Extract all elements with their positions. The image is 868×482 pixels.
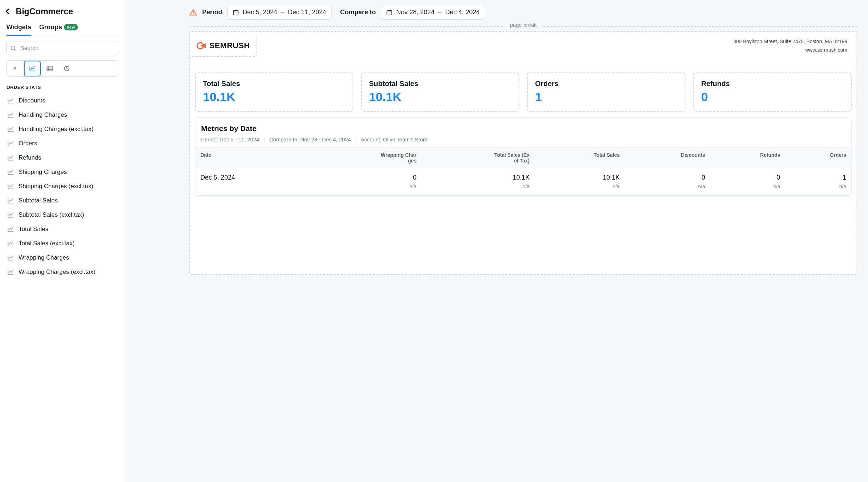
- kpi-title: Refunds: [701, 80, 844, 88]
- range-dash: –: [438, 9, 442, 16]
- widget-item[interactable]: Discounts: [6, 94, 118, 108]
- metrics-table: DateWrapping ChargesTotal Sales (Excl.Ta…: [195, 147, 851, 195]
- kpi-card[interactable]: Subtotal Sales10.1K: [361, 72, 519, 112]
- company-address: 800 Boylston Street, Suite 2475, Boston,…: [733, 37, 847, 46]
- metrics-meta: Period: Dec 5 - 11, 2024 | Compare to: N…: [201, 136, 845, 142]
- line-chart-icon: [7, 154, 15, 161]
- period-label: Period: [202, 9, 222, 16]
- widget-item[interactable]: Handling Charges: [6, 108, 118, 122]
- widget-item-label: Refunds: [19, 154, 41, 161]
- line-chart-icon: [7, 197, 15, 204]
- calendar-icon: [233, 9, 239, 16]
- table-header-cell: Total Sales (Excl.Tax): [421, 148, 534, 168]
- svg-line-1: [14, 49, 15, 50]
- report-header: SEMRUSH 800 Boylston Street, Suite 2475,…: [190, 32, 857, 65]
- cell-sub: n/a: [710, 184, 785, 195]
- line-chart-icon: [7, 254, 15, 261]
- line-chart-icon: [7, 97, 15, 104]
- sidebar: BigCommerce Widgets Groups new # ORDER S…: [0, 0, 125, 482]
- kpi-card[interactable]: Orders1: [527, 72, 685, 112]
- kpi-value: 0: [701, 91, 844, 103]
- cell-value: 0: [307, 168, 421, 184]
- kpi-value: 10.1K: [203, 91, 345, 103]
- cell-value: 0: [625, 168, 710, 184]
- type-table-button[interactable]: [41, 61, 58, 76]
- table-row-sub: n/an/an/an/an/an/a: [195, 184, 851, 195]
- semrush-logo: SEMRUSH: [196, 41, 250, 50]
- search-input[interactable]: [6, 41, 118, 55]
- kpi-card[interactable]: Refunds0: [693, 72, 852, 112]
- cell-value: 10.1K: [421, 168, 534, 184]
- widget-item-label: Total Sales: [19, 226, 48, 233]
- report-header-meta: 800 Boylston Street, Suite 2475, Boston,…: [733, 37, 847, 55]
- svg-point-9: [193, 14, 194, 14]
- widget-item-label: Wrapping Charges: [19, 254, 69, 261]
- widget-item-label: Shipping Charges: [19, 169, 67, 176]
- compare-label: Compare to: [340, 9, 376, 16]
- tab-groups-label: Groups: [39, 24, 62, 31]
- warning-triangle-icon[interactable]: [189, 9, 197, 16]
- cell-sub: n/a: [625, 184, 710, 195]
- widget-item[interactable]: Orders: [6, 136, 118, 151]
- svg-rect-3: [47, 66, 52, 71]
- kpi-value: 1: [535, 91, 678, 103]
- widget-item-label: Subtotal Sales: [19, 197, 58, 204]
- sidebar-tabs: Widgets Groups new: [6, 21, 118, 36]
- widget-item[interactable]: Total Sales: [6, 222, 118, 236]
- search-icon: [10, 45, 16, 51]
- group-title-order-stats: ORDER STATS: [6, 85, 118, 90]
- line-chart-icon: [7, 226, 15, 233]
- widget-item-label: Discounts: [19, 97, 45, 104]
- table-header-cell: Total Sales: [535, 148, 625, 168]
- cell-value: 10.1K: [535, 168, 625, 184]
- period-range-button[interactable]: Dec 5, 2024 – Dec 11, 2024: [227, 5, 331, 20]
- table-header-row: DateWrapping ChargesTotal Sales (Excl.Ta…: [195, 148, 851, 168]
- widget-item-label: Shipping Charges (excl.tax): [19, 183, 93, 190]
- svg-point-0: [11, 46, 15, 50]
- widget-item[interactable]: Total Sales (excl.tax): [6, 236, 118, 251]
- line-chart-icon: [7, 268, 15, 276]
- kpi-title: Subtotal Sales: [369, 80, 512, 88]
- report-logo-box[interactable]: SEMRUSH: [190, 35, 257, 57]
- widget-item[interactable]: Refunds: [6, 151, 118, 165]
- cell-value: 0: [710, 168, 785, 184]
- widget-item[interactable]: Handling Charges (excl.tax): [6, 122, 118, 136]
- range-dash: –: [281, 9, 284, 16]
- widget-item[interactable]: Wrapping Charges: [6, 251, 118, 265]
- widget-item[interactable]: Subtotal Sales (excl.tax): [6, 208, 118, 222]
- cell-date: Dec 5, 2024: [195, 168, 307, 184]
- compare-range-button[interactable]: Nov 28, 2024 – Dec 4, 2024: [381, 5, 485, 20]
- kpi-title: Total Sales: [203, 80, 345, 88]
- type-pie-button[interactable]: [58, 61, 75, 76]
- line-chart-icon: [7, 126, 15, 133]
- widget-item-label: Orders: [19, 140, 37, 147]
- widget-item[interactable]: Subtotal Sales: [6, 194, 118, 208]
- widget-list: DiscountsHandling ChargesHandling Charge…: [6, 94, 118, 279]
- tab-widgets[interactable]: Widgets: [6, 21, 31, 36]
- widget-item-label: Subtotal Sales (excl.tax): [19, 211, 84, 219]
- cell-sub: n/a: [307, 184, 421, 195]
- table-header-cell: Orders: [785, 148, 851, 168]
- widget-item[interactable]: Shipping Charges: [6, 165, 118, 179]
- line-chart-icon: [7, 111, 15, 119]
- compare-to: Dec 4, 2024: [445, 9, 480, 16]
- widget-type-toggle: #: [6, 60, 118, 77]
- chevron-left-icon[interactable]: [6, 9, 12, 15]
- kpi-title: Orders: [535, 80, 678, 88]
- svg-rect-14: [387, 10, 392, 15]
- cell-sub: n/a: [785, 184, 851, 195]
- table-header-cell: Discounts: [625, 148, 710, 168]
- type-number-button[interactable]: #: [7, 61, 24, 76]
- kpi-value: 10.1K: [369, 91, 512, 103]
- widget-item-label: Handling Charges: [19, 111, 67, 119]
- widget-item[interactable]: Shipping Charges (excl.tax): [6, 179, 118, 194]
- company-site: www.semrush.com: [733, 46, 847, 55]
- table-header-cell: Wrapping Charges: [307, 148, 421, 168]
- calendar-icon: [386, 9, 393, 16]
- widget-item-label: Handling Charges (excl.tax): [19, 126, 94, 133]
- type-line-button[interactable]: [24, 61, 41, 76]
- flame-icon: [196, 41, 206, 50]
- kpi-card[interactable]: Total Sales10.1K: [195, 72, 353, 112]
- widget-item[interactable]: Wrapping Charges (excl.tax): [6, 265, 118, 279]
- tab-groups[interactable]: Groups new: [39, 21, 78, 36]
